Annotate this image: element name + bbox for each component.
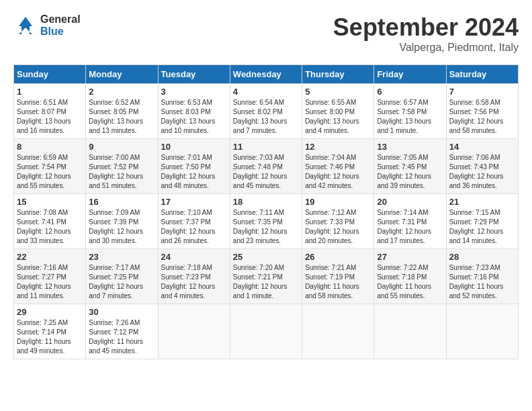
calendar-cell: 20Sunrise: 7:14 AM Sunset: 7:31 PM Dayli…	[374, 194, 446, 249]
calendar-cell	[302, 304, 374, 359]
day-number: 17	[161, 197, 227, 207]
calendar-cell: 26Sunrise: 7:21 AM Sunset: 7:19 PM Dayli…	[302, 249, 374, 304]
day-number: 20	[377, 197, 443, 207]
calendar-cell: 19Sunrise: 7:12 AM Sunset: 7:33 PM Dayli…	[302, 194, 374, 249]
calendar-cell: 23Sunrise: 7:17 AM Sunset: 7:25 PM Dayli…	[86, 249, 158, 304]
day-info: Sunrise: 6:53 AM Sunset: 8:03 PM Dayligh…	[161, 98, 227, 136]
calendar-cell: 9Sunrise: 7:00 AM Sunset: 7:52 PM Daylig…	[86, 139, 158, 194]
day-info: Sunrise: 7:08 AM Sunset: 7:41 PM Dayligh…	[17, 208, 83, 246]
day-info: Sunrise: 7:22 AM Sunset: 7:18 PM Dayligh…	[377, 263, 443, 301]
day-number: 15	[17, 197, 83, 207]
month-year-title: September 2024	[333, 13, 519, 42]
calendar-cell: 15Sunrise: 7:08 AM Sunset: 7:41 PM Dayli…	[14, 194, 86, 249]
logo-bird-icon	[13, 15, 38, 36]
calendar-cell	[230, 304, 302, 359]
calendar-cell: 16Sunrise: 7:09 AM Sunset: 7:39 PM Dayli…	[86, 194, 158, 249]
calendar-week-row: 22Sunrise: 7:16 AM Sunset: 7:27 PM Dayli…	[14, 249, 519, 304]
calendar-cell: 8Sunrise: 6:59 AM Sunset: 7:54 PM Daylig…	[14, 139, 86, 194]
day-number: 3	[161, 87, 227, 97]
page-header: General Blue September 2024 Valperga, Pi…	[13, 13, 519, 54]
day-number: 7	[449, 87, 515, 97]
day-info: Sunrise: 6:59 AM Sunset: 7:54 PM Dayligh…	[17, 153, 83, 191]
calendar-cell: 5Sunrise: 6:55 AM Sunset: 8:00 PM Daylig…	[302, 84, 374, 139]
day-number: 13	[377, 142, 443, 152]
calendar-cell: 22Sunrise: 7:16 AM Sunset: 7:27 PM Dayli…	[14, 249, 86, 304]
day-info: Sunrise: 7:04 AM Sunset: 7:46 PM Dayligh…	[305, 153, 371, 191]
day-info: Sunrise: 7:25 AM Sunset: 7:14 PM Dayligh…	[17, 318, 83, 356]
day-number: 24	[161, 252, 227, 262]
day-info: Sunrise: 6:52 AM Sunset: 8:05 PM Dayligh…	[89, 98, 154, 136]
location-subtitle: Valperga, Piedmont, Italy	[333, 42, 519, 54]
calendar-cell: 3Sunrise: 6:53 AM Sunset: 8:03 PM Daylig…	[158, 84, 230, 139]
logo-blue: Blue	[40, 26, 81, 38]
day-info: Sunrise: 6:58 AM Sunset: 7:56 PM Dayligh…	[449, 98, 515, 136]
day-number: 11	[233, 142, 299, 152]
day-info: Sunrise: 7:23 AM Sunset: 7:16 PM Dayligh…	[449, 263, 515, 301]
day-info: Sunrise: 7:15 AM Sunset: 7:29 PM Dayligh…	[449, 208, 515, 246]
day-number: 4	[233, 87, 299, 97]
day-info: Sunrise: 7:21 AM Sunset: 7:19 PM Dayligh…	[305, 263, 371, 301]
calendar-cell: 25Sunrise: 7:20 AM Sunset: 7:21 PM Dayli…	[230, 249, 302, 304]
day-number: 27	[377, 252, 443, 262]
day-info: Sunrise: 7:10 AM Sunset: 7:37 PM Dayligh…	[161, 208, 227, 246]
day-number: 14	[449, 142, 515, 152]
day-info: Sunrise: 7:05 AM Sunset: 7:45 PM Dayligh…	[377, 153, 443, 191]
day-number: 23	[89, 252, 154, 262]
calendar-cell: 24Sunrise: 7:18 AM Sunset: 7:23 PM Dayli…	[158, 249, 230, 304]
calendar-cell: 12Sunrise: 7:04 AM Sunset: 7:46 PM Dayli…	[302, 139, 374, 194]
day-number: 10	[161, 142, 227, 152]
calendar-cell: 7Sunrise: 6:58 AM Sunset: 7:56 PM Daylig…	[446, 84, 518, 139]
day-number: 9	[89, 142, 154, 152]
calendar-cell: 10Sunrise: 7:01 AM Sunset: 7:50 PM Dayli…	[158, 139, 230, 194]
day-info: Sunrise: 6:51 AM Sunset: 8:07 PM Dayligh…	[17, 98, 83, 136]
day-number: 19	[305, 197, 371, 207]
day-info: Sunrise: 7:20 AM Sunset: 7:21 PM Dayligh…	[233, 263, 299, 301]
calendar-cell	[374, 304, 446, 359]
day-number: 26	[305, 252, 371, 262]
calendar-cell: 13Sunrise: 7:05 AM Sunset: 7:45 PM Dayli…	[374, 139, 446, 194]
day-info: Sunrise: 7:18 AM Sunset: 7:23 PM Dayligh…	[161, 263, 227, 301]
calendar-cell: 18Sunrise: 7:11 AM Sunset: 7:35 PM Dayli…	[230, 194, 302, 249]
day-info: Sunrise: 7:06 AM Sunset: 7:43 PM Dayligh…	[449, 153, 515, 191]
day-info: Sunrise: 7:00 AM Sunset: 7:52 PM Dayligh…	[89, 153, 154, 191]
day-number: 1	[17, 87, 83, 97]
calendar-cell: 11Sunrise: 7:03 AM Sunset: 7:48 PM Dayli…	[230, 139, 302, 194]
calendar-week-row: 15Sunrise: 7:08 AM Sunset: 7:41 PM Dayli…	[14, 194, 519, 249]
calendar-cell: 21Sunrise: 7:15 AM Sunset: 7:29 PM Dayli…	[446, 194, 518, 249]
calendar-table: SundayMondayTuesdayWednesdayThursdayFrid…	[13, 64, 519, 359]
day-info: Sunrise: 7:01 AM Sunset: 7:50 PM Dayligh…	[161, 153, 227, 191]
day-info: Sunrise: 7:17 AM Sunset: 7:25 PM Dayligh…	[89, 263, 154, 301]
day-info: Sunrise: 7:16 AM Sunset: 7:27 PM Dayligh…	[17, 263, 83, 301]
day-number: 2	[89, 87, 154, 97]
column-header-monday: Monday	[86, 65, 158, 84]
day-number: 29	[17, 307, 83, 317]
day-number: 8	[17, 142, 83, 152]
calendar-cell: 14Sunrise: 7:06 AM Sunset: 7:43 PM Dayli…	[446, 139, 518, 194]
column-header-wednesday: Wednesday	[230, 65, 302, 84]
logo-text: General Blue	[40, 13, 81, 37]
calendar-week-row: 29Sunrise: 7:25 AM Sunset: 7:14 PM Dayli…	[14, 304, 519, 359]
day-info: Sunrise: 7:09 AM Sunset: 7:39 PM Dayligh…	[89, 208, 154, 246]
day-info: Sunrise: 7:11 AM Sunset: 7:35 PM Dayligh…	[233, 208, 299, 246]
calendar-cell: 2Sunrise: 6:52 AM Sunset: 8:05 PM Daylig…	[86, 84, 158, 139]
day-number: 18	[233, 197, 299, 207]
column-header-saturday: Saturday	[446, 65, 518, 84]
day-info: Sunrise: 7:12 AM Sunset: 7:33 PM Dayligh…	[305, 208, 371, 246]
calendar-week-row: 8Sunrise: 6:59 AM Sunset: 7:54 PM Daylig…	[14, 139, 519, 194]
day-info: Sunrise: 6:54 AM Sunset: 8:02 PM Dayligh…	[233, 98, 299, 136]
day-info: Sunrise: 7:14 AM Sunset: 7:31 PM Dayligh…	[377, 208, 443, 246]
column-header-thursday: Thursday	[302, 65, 374, 84]
calendar-cell: 28Sunrise: 7:23 AM Sunset: 7:16 PM Dayli…	[446, 249, 518, 304]
calendar-cell: 1Sunrise: 6:51 AM Sunset: 8:07 PM Daylig…	[14, 84, 86, 139]
calendar-cell: 30Sunrise: 7:26 AM Sunset: 7:12 PM Dayli…	[86, 304, 158, 359]
calendar-header-row: SundayMondayTuesdayWednesdayThursdayFrid…	[14, 65, 519, 84]
calendar-cell	[158, 304, 230, 359]
logo-container: General Blue	[13, 13, 81, 37]
calendar-week-row: 1Sunrise: 6:51 AM Sunset: 8:07 PM Daylig…	[14, 84, 519, 139]
svg-marker-0	[19, 17, 32, 34]
calendar-cell: 29Sunrise: 7:25 AM Sunset: 7:14 PM Dayli…	[14, 304, 86, 359]
day-info: Sunrise: 7:26 AM Sunset: 7:12 PM Dayligh…	[89, 318, 154, 356]
column-header-friday: Friday	[374, 65, 446, 84]
column-header-tuesday: Tuesday	[158, 65, 230, 84]
calendar-cell: 4Sunrise: 6:54 AM Sunset: 8:02 PM Daylig…	[230, 84, 302, 139]
